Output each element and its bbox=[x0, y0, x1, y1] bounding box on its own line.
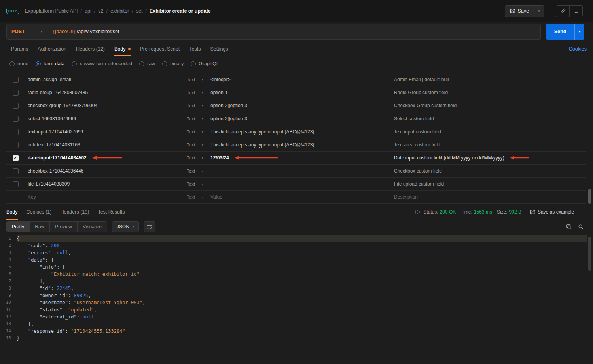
code-scrollbar-thumb[interactable] bbox=[588, 237, 591, 271]
row-type-select[interactable]: Text▾ bbox=[183, 73, 207, 86]
row-description-field[interactable]: Admin Email | default: null· bbox=[390, 73, 586, 86]
more-options-button[interactable]: ⋯ bbox=[580, 209, 587, 216]
save-button[interactable]: Save bbox=[505, 6, 534, 17]
row-value-field[interactable]: This field accepts any type of input (AB… bbox=[207, 125, 390, 138]
tab-headers[interactable]: Headers (12) bbox=[71, 42, 110, 56]
row-select-checkbox[interactable] bbox=[6, 73, 25, 86]
view-tab-raw[interactable]: Raw bbox=[29, 222, 49, 232]
row-key-field[interactable]: select-1660313674966 bbox=[25, 112, 183, 125]
row-description-field[interactable]: Text input custom field bbox=[390, 125, 586, 138]
row-type-select[interactable]: Text▾ bbox=[183, 86, 207, 99]
url-input[interactable]: {{baseUrl}}/api/v2/exhibitor/set bbox=[47, 24, 541, 40]
row-key-field[interactable]: checkbox-1710414036446 bbox=[25, 165, 183, 177]
network-icon[interactable] bbox=[415, 209, 420, 215]
row-select-checkbox[interactable] bbox=[6, 86, 25, 99]
row-description-field[interactable]: Radio-Group custom field bbox=[390, 86, 586, 99]
breadcrumb-item-collection[interactable]: Expoplatform Public API bbox=[25, 8, 85, 14]
send-dropdown-button[interactable]: ▾ bbox=[574, 24, 584, 40]
view-tab-pretty[interactable]: Pretty bbox=[7, 222, 29, 232]
response-tab-test-results[interactable]: Test Results bbox=[98, 204, 125, 220]
row-value-field[interactable]: <integer> bbox=[207, 73, 390, 86]
mode-graphql[interactable]: GraphQL bbox=[191, 61, 219, 66]
response-body-viewer[interactable]: 1{2 "code": 200,3 "errors": null,4 "data… bbox=[0, 235, 587, 364]
save-dropdown-button[interactable]: ▾ bbox=[534, 6, 544, 17]
row-value-field[interactable] bbox=[207, 178, 390, 190]
row-select-checkbox[interactable] bbox=[6, 112, 25, 125]
tab-params[interactable]: Params bbox=[6, 42, 33, 56]
row-key-field[interactable]: file-1710414038309 bbox=[25, 178, 183, 190]
row-type-select[interactable]: Text▾ bbox=[183, 165, 207, 177]
format-select[interactable]: JSON ▾ bbox=[112, 221, 139, 232]
view-tab-visualize[interactable]: Visualize bbox=[77, 222, 107, 232]
row-value-field[interactable] bbox=[207, 165, 390, 177]
mode-none[interactable]: none bbox=[9, 61, 28, 66]
breadcrumb-item-set[interactable]: set bbox=[136, 8, 150, 14]
table-scrollbar-thumb[interactable] bbox=[588, 189, 591, 204]
row-type-select[interactable]: Text▾ bbox=[183, 152, 207, 164]
response-tab-body[interactable]: Body bbox=[6, 204, 18, 220]
tab-body[interactable]: Body bbox=[110, 42, 135, 56]
row-value-field[interactable]: option-2||option-3 bbox=[207, 99, 390, 112]
row-select-checkbox[interactable] bbox=[6, 138, 25, 151]
method-select[interactable]: POST ▾ bbox=[6, 24, 47, 40]
row-description-field[interactable]: Date input custom field (dd.MM.yyyy or d… bbox=[390, 152, 586, 164]
mode-binary[interactable]: binary bbox=[162, 61, 184, 66]
row-select-checkbox[interactable] bbox=[6, 165, 25, 177]
breadcrumb-item-v2[interactable]: v2 bbox=[98, 8, 110, 14]
search-response-button[interactable] bbox=[575, 221, 587, 232]
row-value-field[interactable]: This field accepts any type of input (AB… bbox=[207, 138, 390, 151]
tab-settings[interactable]: Settings bbox=[205, 42, 233, 56]
edit-button[interactable] bbox=[556, 6, 569, 17]
row-key-field[interactable]: radio-group-1647808507485 bbox=[25, 86, 183, 99]
row-select-checkbox[interactable] bbox=[6, 99, 25, 112]
row-key-field[interactable]: date-input-1710414034502 bbox=[25, 152, 183, 164]
row-type-select[interactable]: Text▾ bbox=[183, 99, 207, 112]
key-input[interactable]: Key bbox=[25, 191, 183, 203]
tab-pre-request-script[interactable]: Pre-request Script bbox=[135, 42, 185, 56]
row-value-field[interactable]: option-1 bbox=[207, 86, 390, 99]
row-value-field[interactable]: option-2||option-3 bbox=[207, 112, 390, 125]
row-description-field[interactable]: Checkbox custom field bbox=[390, 165, 586, 177]
value-input[interactable]: Value bbox=[207, 191, 390, 203]
radio-icon bbox=[162, 61, 167, 66]
row-description-field[interactable]: File upload custom field bbox=[390, 178, 586, 190]
tab-tests[interactable]: Tests bbox=[184, 42, 205, 56]
row-key-field[interactable]: rich-text-1710414031163 bbox=[25, 138, 183, 151]
cookies-link[interactable]: Cookies bbox=[569, 46, 587, 52]
time-value[interactable]: 1563 ms bbox=[474, 209, 492, 215]
row-type-select[interactable]: Text▾ bbox=[183, 112, 207, 125]
view-tab-preview[interactable]: Preview bbox=[49, 222, 77, 232]
row-type-select[interactable]: Text▾ bbox=[183, 138, 207, 151]
send-button[interactable]: Send bbox=[546, 24, 574, 40]
response-tab-cookies[interactable]: Cookies (1) bbox=[27, 204, 52, 220]
type-select[interactable]: Text▾ bbox=[183, 191, 207, 203]
row-value-field[interactable]: 12/03/24 bbox=[207, 152, 390, 164]
breadcrumb-item-api[interactable]: api bbox=[85, 8, 98, 14]
mode-x-www-form-urlencoded[interactable]: x-www-form-urlencoded bbox=[72, 61, 132, 66]
row-select-checkbox[interactable] bbox=[6, 125, 25, 138]
row-description-field[interactable]: Checkbox-Group custom field bbox=[390, 99, 586, 112]
tab-authorization[interactable]: Authorization bbox=[33, 42, 71, 56]
line-number: 4 bbox=[0, 256, 17, 264]
row-key-field[interactable]: admin_assign_email bbox=[25, 73, 183, 86]
line-content: "code": 200, bbox=[17, 242, 587, 249]
row-key-field[interactable]: text-input-1710414027699 bbox=[25, 125, 183, 138]
row-select-checkbox[interactable]: ✓ bbox=[6, 152, 25, 164]
row-type-select[interactable]: Text▾ bbox=[183, 125, 207, 138]
description-input[interactable]: Description bbox=[390, 191, 586, 203]
row-description-field[interactable]: Select custom field bbox=[390, 112, 586, 125]
wrap-text-button[interactable] bbox=[144, 221, 155, 232]
row-select-checkbox[interactable] bbox=[6, 178, 25, 190]
save-as-example-button[interactable]: Save as example bbox=[530, 209, 574, 215]
row-key-field[interactable]: checkbox-group-1647808796004 bbox=[25, 99, 183, 112]
comments-button[interactable] bbox=[569, 6, 582, 17]
mode-raw[interactable]: raw bbox=[139, 61, 155, 66]
row-description-field[interactable]: Text area custom field bbox=[390, 138, 586, 151]
size-value[interactable]: 902 B bbox=[509, 209, 521, 215]
status-value[interactable]: 200 OK bbox=[440, 209, 456, 215]
mode-form-data[interactable]: form-data bbox=[36, 61, 65, 66]
copy-response-button[interactable] bbox=[563, 221, 575, 232]
response-tab-headers[interactable]: Headers (19) bbox=[60, 204, 89, 220]
breadcrumb-item-exhibitor[interactable]: exhibitor bbox=[110, 8, 136, 14]
row-type-select[interactable]: Text▾ bbox=[183, 178, 207, 190]
